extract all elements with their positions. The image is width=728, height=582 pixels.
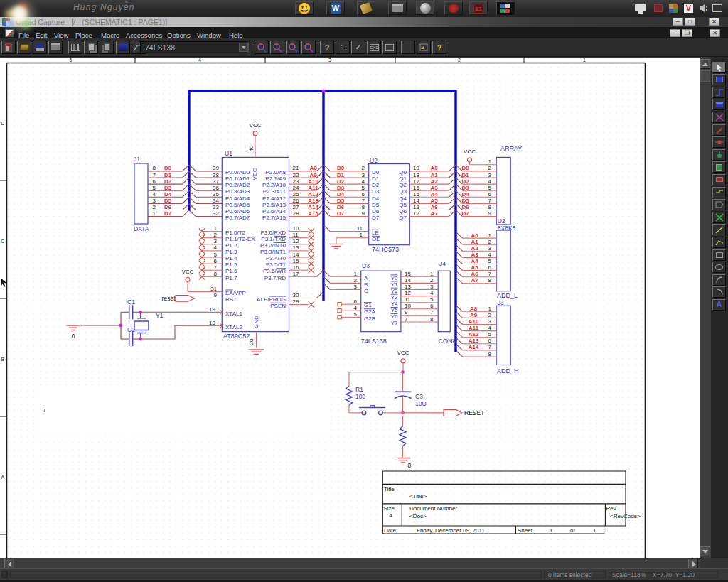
svg-text:16: 16	[413, 185, 419, 191]
svg-text:6: 6	[488, 338, 492, 344]
svg-text:D1: D1	[164, 172, 172, 178]
svg-text:33: 33	[213, 204, 219, 210]
svg-text:D5: D5	[164, 198, 172, 204]
svg-text:Q4: Q4	[399, 195, 407, 202]
svg-text:U2: U2	[498, 217, 505, 225]
svg-text:D0: D0	[164, 165, 172, 171]
svg-text:Y1: Y1	[156, 312, 164, 319]
svg-text:VCC: VCC	[464, 149, 476, 155]
svg-text:17: 17	[293, 271, 299, 277]
svg-text:A1: A1	[471, 239, 478, 245]
svg-text:D7: D7	[337, 210, 345, 217]
svg-text:OE: OE	[372, 236, 380, 242]
svg-text:37: 37	[213, 178, 219, 185]
svg-text:5: 5	[153, 185, 156, 191]
svg-text:P0.7/AD7: P0.7/AD7	[225, 215, 250, 221]
svg-text:ADD_H: ADD_H	[497, 367, 519, 374]
svg-text:D0: D0	[461, 165, 469, 171]
svg-text:A12: A12	[469, 331, 479, 338]
svg-text:8: 8	[153, 165, 156, 171]
svg-text:74LS138: 74LS138	[361, 338, 387, 345]
svg-text:6: 6	[430, 303, 434, 309]
svg-text:13: 13	[405, 284, 411, 290]
svg-text:9: 9	[362, 210, 365, 217]
svg-text:4: 4	[430, 290, 434, 296]
svg-text:D7: D7	[164, 210, 172, 217]
svg-text:34: 34	[213, 198, 219, 204]
svg-text:A7: A7	[430, 210, 438, 217]
svg-text:5: 5	[488, 331, 492, 338]
svg-text:A4: A4	[430, 191, 438, 198]
svg-text:7: 7	[153, 172, 156, 178]
svg-text:P1.4: P1.4	[225, 255, 237, 262]
svg-text:4: 4	[214, 244, 218, 251]
svg-text:3: 3	[328, 58, 331, 63]
svg-text:A: A	[364, 275, 368, 281]
svg-text:P3.5/T1: P3.5/T1	[266, 262, 287, 268]
svg-text:Q3: Q3	[399, 188, 407, 195]
svg-text:4: 4	[488, 178, 492, 185]
svg-text:A0: A0	[471, 232, 478, 239]
svg-text:XTAL1: XTAL1	[225, 311, 242, 317]
svg-text:30: 30	[293, 292, 299, 298]
svg-text:1: 1	[488, 306, 492, 312]
svg-text:A2: A2	[430, 178, 438, 185]
svg-text:40: 40	[248, 145, 255, 151]
svg-text:11: 11	[357, 225, 363, 232]
svg-text:D4: D4	[164, 191, 172, 198]
svg-text:P2.6/A14: P2.6/A14	[262, 208, 286, 215]
svg-text:P2.3/A11: P2.3/A11	[263, 188, 287, 195]
svg-text:3: 3	[488, 172, 492, 178]
svg-text:3: 3	[488, 318, 492, 325]
svg-text:G2B: G2B	[364, 316, 375, 322]
svg-text:7: 7	[488, 344, 492, 350]
svg-text:9: 9	[214, 292, 218, 298]
svg-text:2: 2	[488, 165, 492, 171]
svg-text:A9: A9	[470, 312, 478, 318]
svg-text:ARRAY: ARRAY	[500, 145, 522, 152]
svg-text:B: B	[364, 281, 368, 288]
svg-text:35: 35	[213, 191, 219, 198]
svg-text:D1: D1	[337, 172, 345, 178]
svg-text:A3: A3	[430, 185, 438, 191]
svg-text:A6: A6	[471, 271, 478, 277]
svg-text:1: 1	[153, 210, 156, 217]
svg-text:3: 3	[362, 172, 365, 178]
svg-text:10: 10	[405, 303, 411, 309]
svg-text:7: 7	[488, 271, 492, 277]
svg-text:VCC: VCC	[250, 122, 262, 129]
svg-text:1: 1	[488, 232, 492, 239]
svg-text:D6: D6	[461, 204, 469, 210]
svg-text:14: 14	[413, 198, 419, 204]
svg-text:15: 15	[413, 191, 419, 198]
svg-text:P3.7/RD: P3.7/RD	[264, 275, 286, 281]
svg-text:ALE/PROG: ALE/PROG	[257, 296, 286, 303]
svg-text:C1: C1	[127, 298, 135, 306]
svg-text:13: 13	[413, 204, 419, 210]
svg-text:D4: D4	[372, 195, 380, 202]
svg-text:6: 6	[153, 178, 156, 185]
svg-text:3: 3	[214, 238, 218, 244]
svg-text:P3.3/INT1: P3.3/INT1	[260, 249, 287, 255]
svg-text:D2: D2	[372, 182, 380, 188]
svg-text:5: 5	[214, 252, 218, 258]
svg-text:36: 36	[213, 185, 219, 191]
svg-text:6: 6	[488, 264, 492, 271]
svg-text:Q7: Q7	[399, 215, 407, 221]
svg-text:P1.1/T2-EX: P1.1/T2-EX	[225, 236, 255, 242]
svg-text:A8: A8	[309, 165, 317, 171]
svg-text:A7: A7	[471, 277, 478, 284]
svg-text:D3: D3	[372, 188, 380, 195]
svg-text:28: 28	[293, 210, 299, 217]
svg-text:P0.5/AD5: P0.5/AD5	[225, 202, 250, 208]
svg-text:1: 1	[488, 158, 492, 165]
svg-text:Q6: Q6	[399, 208, 407, 215]
svg-text:Document Number: Document Number	[410, 505, 457, 512]
svg-text:P0.4/AD4: P0.4/AD4	[225, 195, 250, 202]
svg-text:5: 5	[354, 311, 358, 318]
svg-text:100: 100	[355, 393, 365, 400]
svg-text:P3.4/T0: P3.4/T0	[266, 255, 287, 262]
svg-text:2: 2	[362, 165, 365, 171]
svg-text:A10: A10	[469, 318, 479, 325]
svg-text:8: 8	[488, 204, 492, 210]
